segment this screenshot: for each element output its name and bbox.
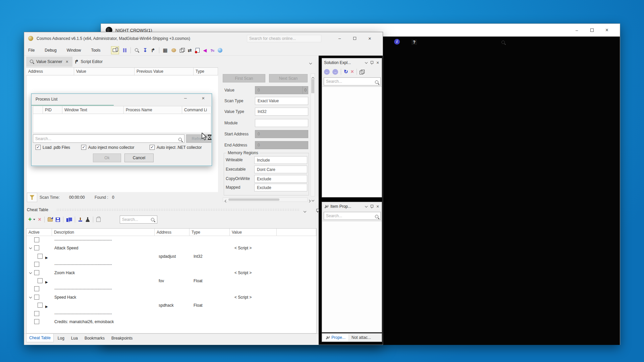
scan-vscrollbar[interactable] xyxy=(311,73,315,196)
scan-field-value[interactable]: 00 xyxy=(255,86,308,94)
search-icon[interactable] xyxy=(375,215,379,219)
table-row[interactable]: ----------------------------------------… xyxy=(26,310,316,318)
cosmos-maximize-button[interactable] xyxy=(347,32,362,45)
stepinto-icon[interactable] xyxy=(143,47,147,53)
cheat-column-address[interactable]: Address xyxy=(155,229,190,236)
bottom-tab-cheat-table[interactable]: Cheat Table xyxy=(26,334,54,342)
pin-icon[interactable] xyxy=(316,208,319,213)
help-icon[interactable] xyxy=(412,40,417,45)
row-checkbox[interactable] xyxy=(38,278,43,283)
process-list-body[interactable] xyxy=(33,114,211,133)
memory-region-mapped[interactable]: Exclude xyxy=(254,184,307,191)
brush-icon[interactable] xyxy=(78,218,83,222)
minimize-button[interactable]: – xyxy=(569,24,584,37)
swap-icon[interactable] xyxy=(188,47,192,53)
column-header-type[interactable]: Type xyxy=(194,68,218,75)
tab-value-scanner[interactable]: Value Scanner xyxy=(26,57,72,67)
search-icon[interactable] xyxy=(501,40,506,45)
pin-icon[interactable] xyxy=(370,61,374,65)
expand-chevron-icon[interactable] xyxy=(29,296,32,299)
tab-script-editor[interactable]: Script Editor xyxy=(71,57,106,67)
scroll-thumb[interactable] xyxy=(228,198,279,201)
item-properties-body[interactable] xyxy=(322,221,382,332)
scroll-down-icon[interactable] xyxy=(311,199,315,202)
cheat-column-description[interactable]: Description xyxy=(52,229,155,236)
close-icon[interactable] xyxy=(376,204,380,209)
tab-close-icon[interactable] xyxy=(65,59,69,64)
bottom-tab-bookmarks[interactable]: Bookmarks xyxy=(82,334,107,342)
scan-field-value-type[interactable]: Int32 xyxy=(255,108,308,116)
wincopy-icon[interactable] xyxy=(360,70,364,74)
chevron-down-icon[interactable] xyxy=(303,210,307,213)
bottom-tab-lua[interactable]: Lua xyxy=(68,334,80,342)
table-row[interactable]: ----------------------------------------… xyxy=(26,285,316,293)
field-spinner[interactable]: 0 xyxy=(303,86,308,94)
memory-region-executable[interactable]: Dont Care xyxy=(254,166,307,173)
checkbox-load-pdb-files[interactable]: ✓ xyxy=(36,145,41,150)
memory-region-writeable[interactable]: Include xyxy=(254,156,307,164)
chevron-down-icon[interactable] xyxy=(365,205,368,208)
row-checkbox[interactable] xyxy=(34,237,39,242)
table-row[interactable]: Speed Hack< Script > xyxy=(26,293,316,301)
item-properties-search-input[interactable] xyxy=(324,212,381,220)
process-search-input[interactable] xyxy=(33,134,184,143)
column-header-value[interactable]: Value xyxy=(74,68,135,75)
stepover-icon[interactable] xyxy=(151,47,155,53)
chevron-down-icon[interactable] xyxy=(365,61,368,64)
coin-icon[interactable] xyxy=(171,48,176,52)
expand-chevron-icon[interactable] xyxy=(29,272,32,275)
wincopy-icon[interactable] xyxy=(180,48,184,52)
scroll-thumb[interactable] xyxy=(311,79,314,93)
scan-field-end-address[interactable]: 0 xyxy=(255,141,308,149)
saveall-icon[interactable] xyxy=(66,217,72,222)
menu-tools[interactable]: Tools xyxy=(90,48,101,53)
scan-hscrollbar[interactable] xyxy=(223,197,308,202)
table-row[interactable]: Zoom Hack< Script > xyxy=(26,269,316,277)
folder-icon[interactable] xyxy=(48,218,53,222)
dialog-close-button[interactable]: × xyxy=(199,95,208,102)
cancel-button[interactable]: Cancel xyxy=(124,154,154,162)
save-icon[interactable] xyxy=(56,218,60,222)
row-checkbox[interactable] xyxy=(34,262,39,267)
expand-chevron-icon[interactable] xyxy=(29,247,32,250)
attach-icon[interactable] xyxy=(111,46,119,54)
row-checkbox[interactable] xyxy=(34,311,39,316)
flask-icon[interactable] xyxy=(86,217,90,222)
process-column-Command Li[interactable]: Command Li xyxy=(182,106,211,114)
pin-icon[interactable] xyxy=(370,204,374,209)
process-column-Process Name[interactable]: Process Name xyxy=(124,106,182,114)
table-row[interactable]: fovFloat xyxy=(26,277,316,285)
sphere-icon[interactable] xyxy=(218,48,222,53)
column-header-address[interactable]: Address xyxy=(26,68,74,75)
row-checkbox[interactable] xyxy=(34,319,39,324)
add-caret-icon[interactable] xyxy=(33,219,35,220)
del-icon[interactable] xyxy=(38,217,41,223)
gbox-icon[interactable] xyxy=(96,218,101,222)
row-checkbox[interactable] xyxy=(34,245,39,250)
table-row[interactable]: spdhackFloat xyxy=(26,301,316,309)
process-column-PID[interactable]: PID xyxy=(43,106,62,114)
row-checkbox[interactable] xyxy=(34,295,39,300)
cheat-column-type[interactable]: Type xyxy=(190,229,230,236)
qlist-icon[interactable] xyxy=(210,47,214,53)
properties-tab[interactable]: Prope... xyxy=(323,334,348,341)
column-header-previous-value[interactable]: Previous Value xyxy=(135,68,194,75)
menu-window[interactable]: Window xyxy=(66,48,82,53)
search-icon[interactable] xyxy=(151,218,155,222)
row-checkbox[interactable] xyxy=(38,303,43,308)
online-search-input[interactable] xyxy=(247,35,321,42)
scan-field-module[interactable] xyxy=(255,119,308,127)
table-row[interactable]: spdadjustInt32 xyxy=(26,252,316,260)
solution-explorer-body[interactable] xyxy=(322,86,382,197)
fwd-icon[interactable] xyxy=(332,69,338,75)
search-icon[interactable] xyxy=(178,137,183,142)
row-checkbox[interactable] xyxy=(34,270,39,275)
bottom-tab-breakpoints[interactable]: Breakpoints xyxy=(109,334,135,342)
next-scan-button[interactable]: Next Scan xyxy=(269,74,308,82)
cosmos-close-button[interactable]: × xyxy=(362,32,377,45)
tab-overflow-chevron-icon[interactable] xyxy=(309,62,312,65)
ok-button[interactable]: Ok xyxy=(93,154,121,162)
table-row[interactable]: Credits: manatchai26, emoisback xyxy=(26,318,316,326)
scroll-right-icon[interactable] xyxy=(308,200,312,203)
cosmos-minimize-button[interactable]: – xyxy=(332,32,347,45)
